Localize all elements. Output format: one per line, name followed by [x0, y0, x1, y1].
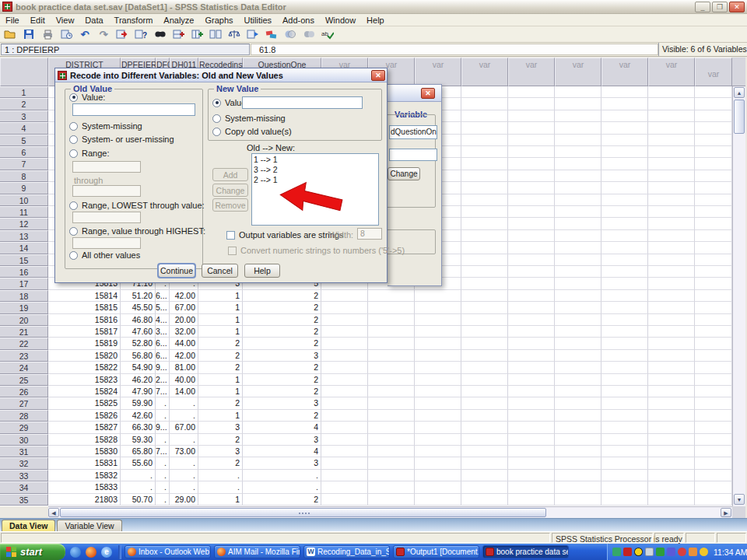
split-file-icon[interactable] [209, 28, 223, 40]
recall-dialogs-icon[interactable] [59, 28, 73, 40]
cell[interactable]: 32.00 [170, 326, 198, 338]
cell[interactable] [555, 494, 601, 506]
cell[interactable] [648, 422, 695, 433]
cell[interactable] [648, 86, 695, 98]
cell[interactable]: 29.00 [170, 494, 198, 506]
cell[interactable]: 15830 [48, 446, 121, 457]
cell[interactable] [555, 98, 601, 110]
cell[interactable] [321, 350, 368, 362]
cell[interactable]: 52.80 [121, 338, 156, 349]
cell[interactable] [555, 182, 601, 194]
cell[interactable] [508, 446, 555, 457]
cell[interactable]: 15831 [48, 457, 121, 469]
cell[interactable]: 7... [156, 386, 170, 397]
cell[interactable] [508, 110, 555, 122]
cell[interactable] [695, 314, 732, 326]
cell[interactable] [508, 410, 555, 422]
cell[interactable] [415, 494, 461, 506]
print-icon[interactable] [40, 28, 54, 40]
row-number[interactable]: 31 [0, 446, 48, 457]
cell[interactable] [461, 422, 508, 433]
cell[interactable] [695, 278, 732, 289]
cell[interactable]: 1 [198, 326, 243, 338]
cell[interactable] [415, 470, 461, 481]
cell[interactable] [321, 302, 368, 313]
row-number[interactable]: 15 [0, 254, 48, 266]
cancel-button[interactable]: Cancel [202, 264, 238, 278]
cell[interactable] [508, 98, 555, 110]
cell[interactable] [321, 481, 368, 493]
cell[interactable] [368, 422, 415, 433]
cell[interactable] [508, 278, 555, 289]
cell[interactable]: 14.00 [170, 386, 198, 397]
tab-variable-view[interactable]: Variable View [57, 520, 121, 531]
row-number[interactable]: 9 [0, 182, 48, 194]
cell[interactable]: 1 [198, 314, 243, 326]
quick-launch-messenger-icon[interactable] [70, 547, 81, 558]
cell[interactable]: 1 [198, 494, 243, 506]
cell[interactable] [321, 326, 368, 338]
minimize-button[interactable]: _ [695, 2, 710, 12]
range-from-input[interactable] [72, 161, 141, 173]
cell[interactable]: 2 [198, 362, 243, 373]
cell[interactable] [601, 278, 648, 289]
cell[interactable] [368, 494, 415, 506]
cell[interactable] [461, 350, 508, 362]
cell[interactable]: 15815 [48, 302, 121, 313]
cell[interactable] [695, 146, 732, 158]
cell[interactable] [601, 98, 648, 110]
cell[interactable] [508, 434, 555, 446]
cell[interactable]: 15828 [48, 434, 121, 446]
show-variables-icon[interactable] [302, 28, 316, 40]
cell[interactable] [368, 386, 415, 397]
tab-data-view[interactable]: Data View [2, 520, 55, 531]
menu-view[interactable]: View [51, 15, 80, 26]
variables-icon[interactable]: ? [134, 28, 148, 40]
tray-icon-display[interactable] [645, 548, 654, 556]
row-number[interactable]: 30 [0, 434, 48, 446]
range-lowest-radio[interactable]: Range, LOWEST through value: [69, 201, 205, 210]
background-dialog-close-icon[interactable]: ✕ [421, 88, 435, 99]
cell[interactable]: 46.80 [121, 314, 156, 326]
cell[interactable]: 15825 [48, 397, 121, 409]
cell[interactable] [695, 386, 732, 397]
cell[interactable]: 2 [243, 338, 321, 349]
menu-data[interactable]: Data [79, 15, 108, 26]
weight-cases-icon[interactable] [227, 28, 241, 40]
cell[interactable] [695, 182, 732, 194]
cell[interactable] [368, 397, 415, 409]
cell[interactable]: . [170, 397, 198, 409]
cell[interactable] [648, 326, 695, 338]
menu-add-ons[interactable]: Add-ons [277, 15, 320, 26]
cell[interactable] [601, 170, 648, 182]
start-button[interactable]: start [0, 544, 65, 560]
cell[interactable] [508, 230, 555, 242]
cell[interactable]: 2 [243, 374, 321, 386]
row-number[interactable]: 28 [0, 410, 48, 422]
cell[interactable] [555, 326, 601, 338]
cell[interactable] [508, 422, 555, 433]
cell[interactable] [648, 110, 695, 122]
cell[interactable] [368, 338, 415, 349]
menu-edit[interactable]: Edit [25, 15, 51, 26]
cell[interactable] [555, 481, 601, 493]
value-labels-icon[interactable] [265, 28, 279, 40]
cell[interactable] [321, 290, 368, 302]
copy-old-values-radio[interactable]: Copy old value(s) [212, 127, 292, 136]
cell[interactable] [648, 410, 695, 422]
cell[interactable] [368, 481, 415, 493]
convert-numeric-checkbox[interactable] [228, 247, 237, 255]
cell[interactable] [461, 158, 508, 170]
row-number[interactable]: 6 [0, 146, 48, 158]
cell[interactable]: 2 [243, 410, 321, 422]
cell[interactable] [321, 386, 368, 397]
cell[interactable] [508, 338, 555, 349]
cell[interactable] [461, 98, 508, 110]
cell[interactable]: 2 [243, 302, 321, 313]
menu-analyze[interactable]: Analyze [158, 15, 199, 26]
cell[interactable]: 59.90 [121, 397, 156, 409]
cell[interactable]: 1 [198, 374, 243, 386]
cell[interactable]: 65.80 [121, 446, 156, 457]
cell[interactable]: 81.00 [170, 362, 198, 373]
cell[interactable] [508, 266, 555, 278]
